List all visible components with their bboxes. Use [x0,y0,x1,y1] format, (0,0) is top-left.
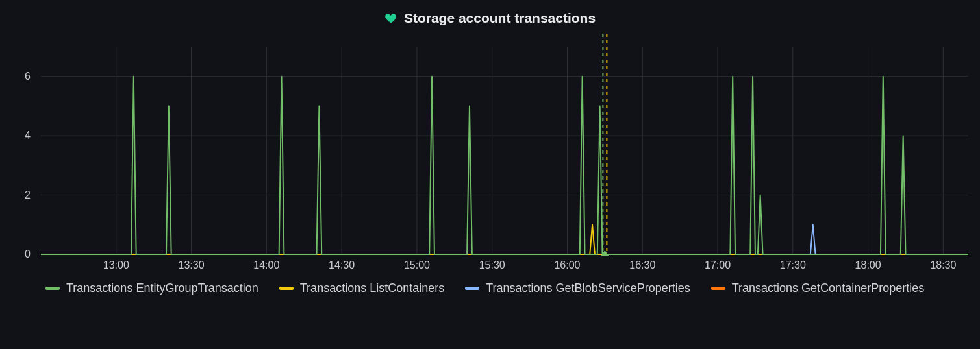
legend-item[interactable]: Transactions GetBlobServiceProperties [465,282,690,295]
legend-item[interactable]: Transactions ListContainers [279,282,444,295]
legend-swatch [465,287,479,290]
legend-swatch [279,287,294,290]
svg-text:15:30: 15:30 [479,259,505,271]
chart-plot-area[interactable]: 024613:0013:3014:0014:3015:0015:3016:001… [5,34,975,274]
svg-text:0: 0 [25,248,31,259]
svg-text:16:30: 16:30 [629,259,655,271]
legend-item[interactable]: Transactions GetContainerProperties [711,282,924,295]
svg-text:13:30: 13:30 [179,259,205,271]
svg-text:6: 6 [25,71,31,82]
svg-text:18:00: 18:00 [855,259,881,271]
panel-title: Storage account transactions [404,10,596,26]
line-chart: 024613:0013:3014:0014:3015:0015:3016:001… [5,34,975,274]
legend-label: Transactions EntityGroupTransaction [66,282,258,295]
legend-label: Transactions GetContainerProperties [732,282,924,295]
svg-text:17:00: 17:00 [705,259,731,271]
svg-text:13:00: 13:00 [103,259,129,271]
svg-text:14:00: 14:00 [253,259,279,271]
heart-icon [384,12,397,25]
panel-header[interactable]: Storage account transactions [5,5,975,31]
svg-text:15:00: 15:00 [404,259,430,271]
legend-item[interactable]: Transactions EntityGroupTransaction [45,282,258,295]
chart-legend: Transactions EntityGroupTransactionTrans… [5,274,975,295]
legend-swatch [45,287,60,290]
legend-swatch [711,287,725,290]
chart-panel: Storage account transactions 024613:0013… [0,0,980,349]
svg-text:4: 4 [25,130,31,141]
svg-text:16:00: 16:00 [554,259,580,271]
svg-text:18:30: 18:30 [930,259,956,271]
svg-text:14:30: 14:30 [329,259,355,271]
svg-text:2: 2 [25,189,31,200]
legend-label: Transactions ListContainers [300,282,444,295]
legend-label: Transactions GetBlobServiceProperties [486,282,690,295]
svg-text:17:30: 17:30 [780,259,806,271]
